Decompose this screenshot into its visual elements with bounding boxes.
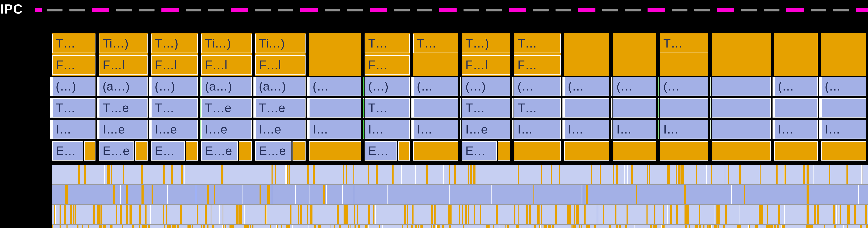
frame-task[interactable]	[309, 98, 361, 118]
frame-title[interactable]: T…	[514, 34, 561, 53]
ipc-marker-idle[interactable]	[672, 9, 687, 11]
frame-idle-gap[interactable]	[309, 141, 361, 161]
frame-idle-gap[interactable]	[613, 141, 656, 161]
ipc-marker-idle[interactable]	[208, 9, 224, 11]
frame-func[interactable]: F…l	[255, 55, 306, 74]
frame-anon[interactable]: (…	[309, 77, 361, 96]
ipc-marker-idle[interactable]	[533, 9, 549, 11]
frame-exec[interactable]: E…	[52, 141, 83, 161]
frame-idle[interactable]: I…	[613, 120, 656, 139]
frame-anon[interactable]: (a…)	[202, 77, 252, 96]
ipc-marker-idle[interactable]	[741, 9, 757, 11]
frame-idle[interactable]: I…	[564, 120, 609, 139]
ipc-marker-active[interactable]	[856, 8, 868, 12]
frame-task[interactable]: T…e	[202, 98, 252, 118]
frame-anon[interactable]: (a…)	[99, 77, 148, 96]
frame-idle[interactable]: I…e	[151, 120, 198, 139]
ipc-marker-idle[interactable]	[116, 9, 132, 11]
frame-title[interactable]: T…	[660, 34, 708, 53]
frame-exec-tail[interactable]	[84, 141, 95, 161]
frame-anon[interactable]: (…)	[52, 77, 95, 96]
frame-task[interactable]: T…	[462, 98, 510, 118]
ipc-marker-active[interactable]	[370, 8, 387, 12]
frame-anon[interactable]: (a…)	[255, 77, 306, 96]
ipc-marker-active[interactable]	[92, 8, 110, 12]
ipc-marker-idle[interactable]	[394, 9, 410, 11]
ipc-marker-active[interactable]	[509, 8, 526, 12]
frame-func[interactable]: F…	[514, 55, 561, 74]
frame-anon[interactable]: (…	[514, 77, 561, 96]
frame-task[interactable]	[774, 98, 818, 118]
frame-func[interactable]: F…l	[99, 55, 148, 74]
ipc-marker-active[interactable]	[786, 8, 804, 12]
frame-task[interactable]	[712, 98, 771, 118]
ipc-marker-active[interactable]	[35, 8, 42, 12]
flame-graph[interactable]: T…Ti…)T…)Ti…)Ti…)T…T…T…)T…T…T…)F…F…lF…lF…	[52, 33, 868, 228]
frame-idle[interactable]: I…e	[462, 120, 510, 139]
frame-task[interactable]: T…	[514, 98, 561, 118]
frame-task[interactable]: T…e	[99, 98, 148, 118]
frame-idle[interactable]: I…e	[99, 120, 148, 139]
ipc-marker-idle[interactable]	[278, 9, 293, 11]
frame-title[interactable]: Ti…)	[99, 34, 148, 53]
frame-idle-gap[interactable]	[774, 141, 818, 161]
frame-idle[interactable]: I…	[52, 120, 95, 139]
ipc-marker-active[interactable]	[161, 8, 179, 12]
frame-task[interactable]	[613, 98, 656, 118]
ipc-marker-idle[interactable]	[625, 9, 641, 11]
ipc-marker-active[interactable]	[578, 8, 595, 12]
frame-func[interactable]: F…	[365, 55, 410, 74]
frame-idle[interactable]	[712, 120, 771, 139]
frame-anon[interactable]: (…)	[462, 77, 510, 96]
frame-anon[interactable]: (…)	[365, 77, 410, 96]
frame-anon[interactable]	[712, 77, 771, 96]
ipc-marker-idle[interactable]	[556, 9, 571, 11]
frame-idle-gap[interactable]	[660, 141, 708, 161]
frame-func[interactable]: F…	[52, 55, 95, 74]
ipc-marker-active[interactable]	[439, 8, 457, 12]
frame-task[interactable]: T…	[151, 98, 198, 118]
frame-idle[interactable]: I…	[365, 120, 410, 139]
frame-idle[interactable]: I…	[821, 120, 866, 139]
frame-idle[interactable]: I…e	[255, 120, 306, 139]
frame-task[interactable]	[564, 98, 609, 118]
frame-title[interactable]: T…	[413, 34, 458, 53]
frame-anon[interactable]: (…	[774, 77, 818, 96]
frame-exec-tail[interactable]	[239, 141, 252, 161]
ipc-marker-idle[interactable]	[255, 9, 271, 11]
frame-exec[interactable]: E…	[151, 141, 185, 161]
ipc-marker-idle[interactable]	[464, 9, 479, 11]
frame-exec[interactable]: E…e	[99, 141, 134, 161]
frame-task[interactable]: T…e	[255, 98, 306, 118]
frame-anon[interactable]: (…	[564, 77, 609, 96]
ipc-marker-idle[interactable]	[347, 9, 363, 11]
frame-func[interactable]: F…l	[202, 55, 252, 74]
frame-idle[interactable]: I…	[660, 120, 708, 139]
frame-task[interactable]: T…	[365, 98, 410, 118]
ipc-marker-idle[interactable]	[47, 9, 62, 11]
track-label-ipc[interactable]: IPC	[0, 1, 23, 17]
frame-title[interactable]: T…)	[151, 34, 198, 53]
ipc-marker-idle[interactable]	[833, 9, 849, 11]
frame-idle-gap[interactable]	[712, 141, 771, 161]
frame-idle-gap[interactable]	[821, 141, 866, 161]
frame-exec-tail[interactable]	[292, 141, 306, 161]
frame-task[interactable]	[660, 98, 708, 118]
frame-title[interactable]: Ti…)	[255, 34, 306, 53]
frame-func[interactable]: F…l	[462, 55, 510, 74]
ipc-marker-idle[interactable]	[416, 9, 432, 11]
frame-anon[interactable]: (…	[613, 77, 656, 96]
frame-anon[interactable]: (…	[821, 77, 866, 96]
frame-exec-tail[interactable]	[498, 141, 510, 161]
frame-exec-tail[interactable]	[398, 141, 410, 161]
ipc-marker-idle[interactable]	[764, 9, 779, 11]
frame-idle[interactable]: I…	[413, 120, 458, 139]
frame-exec[interactable]: E…	[462, 141, 497, 161]
frame-anon[interactable]: (…	[660, 77, 708, 96]
ipc-marker-idle[interactable]	[186, 9, 202, 11]
frame-idle[interactable]: I…	[514, 120, 561, 139]
ipc-marker-active[interactable]	[648, 8, 665, 12]
frame-func[interactable]: F…l	[151, 55, 198, 74]
frame-task[interactable]: T…	[52, 98, 95, 118]
dense-samples-row[interactable]	[52, 185, 868, 204]
